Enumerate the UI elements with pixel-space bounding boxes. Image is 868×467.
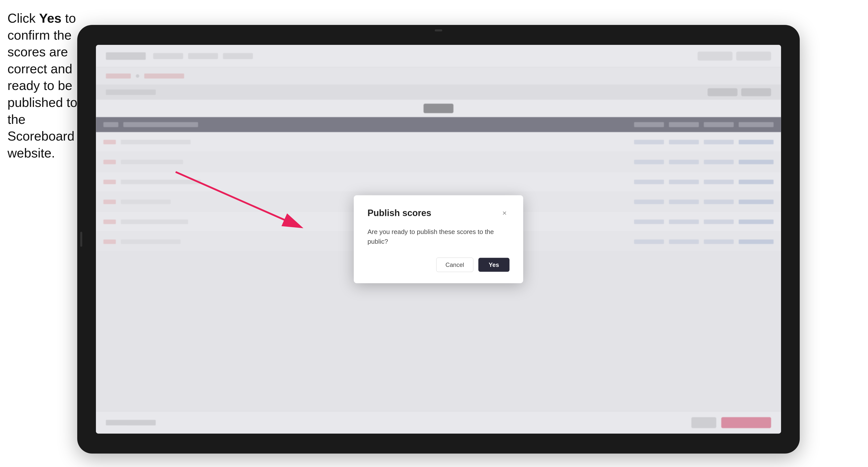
instruction-prefix: Click <box>7 11 39 25</box>
modal-overlay: Publish scores × Are you ready to publis… <box>96 45 781 434</box>
instruction-bold: Yes <box>39 11 62 25</box>
modal-yes-button[interactable]: Yes <box>478 258 509 272</box>
tablet-device: Publish scores × Are you ready to publis… <box>77 25 800 454</box>
modal-title: Publish scores <box>368 208 431 218</box>
modal-footer: Cancel Yes <box>368 258 509 272</box>
tablet-sensor <box>435 29 442 31</box>
modal-body: Are you ready to publish these scores to… <box>368 227 509 246</box>
modal-header: Publish scores × <box>368 208 509 218</box>
instruction-text: Click Yes to confirm the scores are corr… <box>7 10 80 161</box>
publish-scores-modal: Publish scores × Are you ready to publis… <box>354 195 523 283</box>
tablet-side-button[interactable] <box>80 232 82 247</box>
tablet-screen: Publish scores × Are you ready to publis… <box>96 45 781 434</box>
modal-message: Are you ready to publish these scores to… <box>368 227 509 246</box>
modal-cancel-button[interactable]: Cancel <box>436 258 473 272</box>
modal-close-button[interactable]: × <box>499 208 509 218</box>
instruction-suffix: to confirm the scores are correct and re… <box>7 11 77 160</box>
